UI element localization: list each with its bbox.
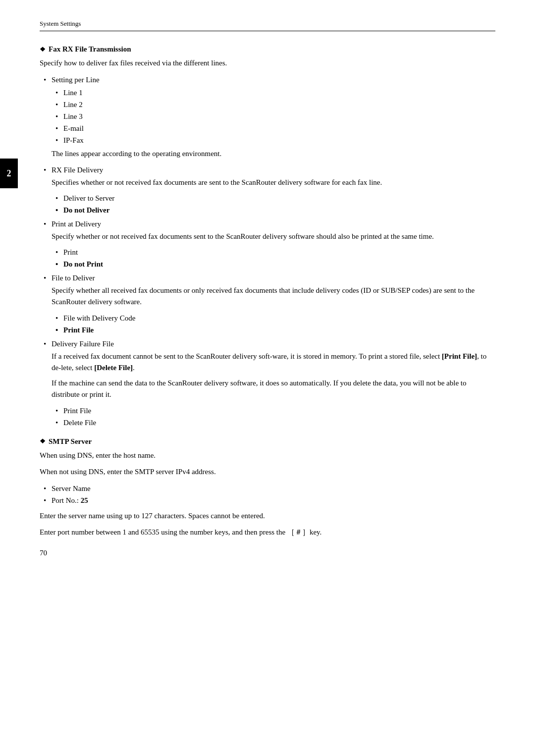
delete-file-ref: [Delete File]: [94, 364, 133, 372]
list-item: Line 2: [52, 99, 495, 110]
list-item: Do not Deliver: [52, 204, 495, 216]
list-item: Line 3: [52, 110, 495, 122]
smtp-title: ❖ SMTP Server: [40, 437, 495, 446]
list-item: Port No.: 25: [40, 494, 495, 506]
print-delivery-sublist: Print Do not Print: [52, 246, 495, 270]
page-number: 70: [40, 549, 47, 557]
list-item: Print: [52, 246, 495, 258]
smtp-desc1: When using DNS, enter the host name.: [40, 450, 495, 461]
delivery-failure-desc1: If a received fax document cannot be sen…: [40, 351, 495, 374]
list-item: File with Delivery Code: [52, 312, 495, 324]
file-deliver-sublist: File with Delivery Code Print File: [52, 312, 495, 336]
list-item: Server Name: [40, 483, 495, 494]
setting-per-line-item: Setting per Line: [40, 74, 495, 86]
print-at-delivery-desc: Specify whether or not received fax docu…: [40, 231, 495, 242]
smtp-desc2: When not using DNS, enter the SMTP serve…: [40, 466, 495, 478]
lines-note: The lines appear according to the operat…: [40, 148, 495, 160]
print-at-delivery-item: Print at Delivery: [40, 218, 495, 230]
fax-rx-section: ❖ Fax RX File Transmission Specify how t…: [40, 45, 495, 429]
delivery-failure-desc2: If the machine can send the data to the …: [40, 378, 495, 401]
header-bar: System Settings: [40, 20, 495, 31]
smtp-footer2: Enter port number between 1 and 65535 us…: [40, 527, 495, 538]
rx-file-delivery-desc: Specifies whether or not received fax do…: [40, 177, 495, 188]
chapter-tab: 2: [0, 159, 18, 188]
delivery-failure-item: Delivery Failure File: [40, 338, 495, 350]
file-to-deliver-item: File to Deliver: [40, 272, 495, 284]
smtp-section: ❖ SMTP Server When using DNS, enter the …: [40, 437, 495, 539]
fax-rx-desc: Specify how to deliver fax files receive…: [40, 57, 495, 69]
list-item: Delete File: [52, 417, 495, 429]
list-item: Do not Print: [52, 258, 495, 270]
list-item: E-mail: [52, 122, 495, 134]
smtp-footer1: Enter the server name using up to 127 ch…: [40, 510, 495, 522]
list-item: IP-Fax: [52, 134, 495, 146]
rx-delivery-sublist: Deliver to Server Do not Deliver: [52, 192, 495, 216]
diamond-icon-smtp: ❖: [40, 437, 46, 445]
failure-file-sublist: Print File Delete File: [52, 405, 495, 429]
page-container: System Settings 2 ❖ Fax RX File Transmis…: [0, 0, 535, 577]
print-file-ref: [Print File]: [442, 352, 477, 360]
header-title: System Settings: [40, 20, 81, 28]
rx-file-delivery-item: RX File Delivery: [40, 164, 495, 176]
file-to-deliver-desc: Specify whether all received fax documen…: [40, 285, 495, 308]
list-item: Print File: [52, 324, 495, 336]
chapter-number: 2: [7, 168, 11, 179]
list-item: Line 1: [52, 87, 495, 99]
list-item: Print File: [52, 405, 495, 417]
list-item: Deliver to Server: [52, 192, 495, 204]
diamond-icon-fax: ❖: [40, 46, 46, 54]
line-sublist: Line 1 Line 2 Line 3 E-mail IP-Fax: [52, 87, 495, 146]
port-number: 25: [81, 496, 88, 504]
smtp-items-list: Server Name Port No.: 25: [40, 483, 495, 506]
fax-rx-title: ❖ Fax RX File Transmission: [40, 45, 495, 54]
